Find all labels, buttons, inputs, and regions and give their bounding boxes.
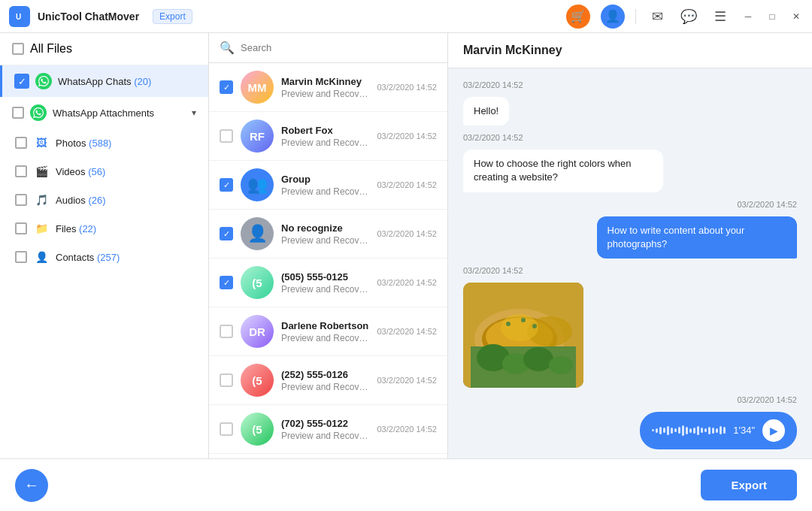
chat-checkbox[interactable] xyxy=(220,80,233,94)
sidebar-item-files[interactable]: 📁 Files (22) xyxy=(15,214,208,243)
chat-time: 03/2/2020 14:52 xyxy=(377,83,437,92)
mail-icon[interactable]: ✉ xyxy=(647,6,668,27)
main-layout: All Files ✓ WhatsApp Chats (20) WhatsApp… xyxy=(0,33,812,458)
chat-preview: Preview and Recover Lost Data from ... xyxy=(281,382,369,392)
chat-preview: Preview and Recover Lost Data from ... xyxy=(281,284,369,295)
menu-icon[interactable]: ☰ xyxy=(710,6,731,27)
chat-checkbox[interactable] xyxy=(220,178,233,192)
whatsapp-chats-label: WhatsApp Chats (20) xyxy=(58,76,196,87)
chat-list-item[interactable]: 👥 Group Preview and Recover Lost Data fr… xyxy=(209,161,447,210)
chat-list-item[interactable]: (5 (702) 555-0122 Preview and Recover Lo… xyxy=(209,405,447,454)
msg-audio-wrap: 1'34" ▶ xyxy=(463,412,797,449)
maximize-button[interactable]: □ xyxy=(765,10,779,23)
divider xyxy=(635,9,636,24)
contacts-checkbox[interactable] xyxy=(15,251,27,263)
chat-checkbox-area xyxy=(220,373,233,387)
export-badge[interactable]: Export xyxy=(153,9,192,24)
close-button[interactable]: ✕ xyxy=(789,10,803,23)
chat-panel: Marvin McKinney 03/2/2020 14:52 Hello! 0… xyxy=(448,33,812,458)
avatar: 👥 xyxy=(241,168,274,201)
chat-list-item[interactable]: 👤 No recognize Preview and Recover Lost … xyxy=(209,210,447,259)
contacts-icon: 👤 xyxy=(33,249,50,265)
chat-info: Robert Fox Preview and Recover Lost Data… xyxy=(281,125,369,148)
chat-name: Darlene Robertson xyxy=(281,320,369,331)
chat-checkbox[interactable] xyxy=(220,227,233,240)
contacts-label: Contacts (257) xyxy=(56,252,196,263)
app-logo: U xyxy=(9,6,30,27)
chat-list-item[interactable]: (5 (505) 555-0125 Preview and Recover Lo… xyxy=(209,259,447,307)
whatsapp-attachments-icon xyxy=(30,104,47,121)
export-button[interactable]: Export xyxy=(701,470,797,500)
chat-list-item[interactable]: DR Darlene Robertson Preview and Recover… xyxy=(209,307,447,356)
sidebar-item-contacts[interactable]: 👤 Contacts (257) xyxy=(15,243,208,271)
chat-checkbox[interactable] xyxy=(220,373,233,387)
audio-duration: 1'34" xyxy=(733,425,755,436)
whatsapp-icon xyxy=(35,73,52,89)
chat-checkbox-area xyxy=(220,129,233,143)
chat-info: (505) 555-0125 Preview and Recover Lost … xyxy=(281,271,369,295)
chat-list-item[interactable]: MM Marvin McKinney Preview and Recover L… xyxy=(209,63,447,112)
chat-header: Marvin McKinney xyxy=(448,33,812,68)
chat-checkbox[interactable] xyxy=(220,325,233,338)
chat-preview: Preview and Recover Lost Data from ... xyxy=(281,235,369,246)
sidebar-item-audios[interactable]: 🎵 Audios (26) xyxy=(15,186,208,214)
chat-checkbox[interactable] xyxy=(220,129,233,143)
play-button[interactable]: ▶ xyxy=(762,419,785,442)
back-button[interactable]: ← xyxy=(15,469,48,502)
bottom-bar: ← Export xyxy=(0,458,812,511)
photos-label: Photos (588) xyxy=(56,138,196,149)
files-checkbox[interactable] xyxy=(15,222,27,234)
app-title: UnicTool ChatMover xyxy=(38,11,139,23)
msg-content-wrap: How to write content about your photogra… xyxy=(463,216,797,259)
chat-preview: Preview and Recover Lost Data from ... xyxy=(281,431,369,441)
attachments-checkbox[interactable] xyxy=(12,107,24,119)
chat-info: Group Preview and Recover Lost Data from… xyxy=(281,174,369,197)
chat-list-item[interactable]: RF Robert Fox Preview and Recover Lost D… xyxy=(209,112,447,161)
chat-list: MM Marvin McKinney Preview and Recover L… xyxy=(209,63,447,458)
chat-info: No recognize Preview and Recover Lost Da… xyxy=(281,222,369,246)
files-icon: 📁 xyxy=(33,220,50,237)
chat-info: (252) 555-0126 Preview and Recover Lost … xyxy=(281,369,369,392)
search-input[interactable] xyxy=(241,42,437,53)
msg-hello-wrap: Hello! xyxy=(463,97,797,125)
sidebar: All Files ✓ WhatsApp Chats (20) WhatsApp… xyxy=(0,33,209,458)
cart-icon[interactable]: 🛒 xyxy=(566,5,590,29)
audio-waveform xyxy=(652,425,726,436)
msg-content: How to write content about your photogra… xyxy=(597,216,797,259)
chat-time: 03/2/2020 14:52 xyxy=(377,327,437,336)
chat-checkbox-area xyxy=(220,178,233,192)
attachments-label: WhatsApp Attachments xyxy=(53,107,186,119)
chat-time: 03/2/2020 14:52 xyxy=(377,180,437,189)
chat-checkbox[interactable] xyxy=(220,276,233,289)
chat-checkbox-area xyxy=(220,227,233,240)
whatsapp-chats-checkbox[interactable]: ✓ xyxy=(14,74,29,89)
sidebar-item-videos[interactable]: 🎬 Videos (56) xyxy=(15,157,208,186)
chat-info: Darlene Robertson Preview and Recover Lo… xyxy=(281,320,369,343)
chat-time: 03/2/2020 14:52 xyxy=(377,229,437,238)
msg-colors: How to choose the right colors when crea… xyxy=(463,150,663,192)
chat-preview: Preview and Recover Lost Data from ... xyxy=(281,186,369,197)
audios-checkbox[interactable] xyxy=(15,194,27,206)
sidebar-item-whatsapp-chats[interactable]: ✓ WhatsApp Chats (20) xyxy=(0,65,208,97)
user-icon[interactable]: 👤 xyxy=(601,5,625,29)
sidebar-item-photos[interactable]: 🖼 Photos (588) xyxy=(15,129,208,157)
chat-info: Marvin McKinney Preview and Recover Lost… xyxy=(281,76,369,99)
chat-name: Marvin McKinney xyxy=(281,76,369,87)
photos-checkbox[interactable] xyxy=(15,137,27,149)
svg-point-9 xyxy=(523,347,553,371)
msg-timestamp-1: 03/2/2020 14:52 xyxy=(463,80,797,89)
attachments-sub: 🖼 Photos (588) 🎬 Videos (56) 🎵 Audios (2… xyxy=(0,129,208,271)
all-files-checkbox[interactable] xyxy=(12,43,24,55)
chat-checkbox-area xyxy=(220,276,233,289)
videos-checkbox[interactable] xyxy=(15,165,27,177)
chat-checkbox-area xyxy=(220,325,233,338)
sidebar-item-whatsapp-attachments[interactable]: WhatsApp Attachments ▾ xyxy=(0,97,208,129)
msg-timestamp-3: 03/2/2020 14:52 xyxy=(463,200,797,209)
minimize-button[interactable]: ─ xyxy=(741,10,755,23)
chat-preview: Preview and Recover Lost Data from ... xyxy=(281,138,369,148)
chat-checkbox[interactable] xyxy=(220,422,233,436)
chat-list-item[interactable]: (5 (252) 555-0126 Preview and Recover Lo… xyxy=(209,356,447,405)
chat-icon[interactable]: 💬 xyxy=(678,6,699,27)
chat-name: Robert Fox xyxy=(281,125,369,136)
msg-timestamp-4: 03/2/2020 14:52 xyxy=(463,266,797,275)
